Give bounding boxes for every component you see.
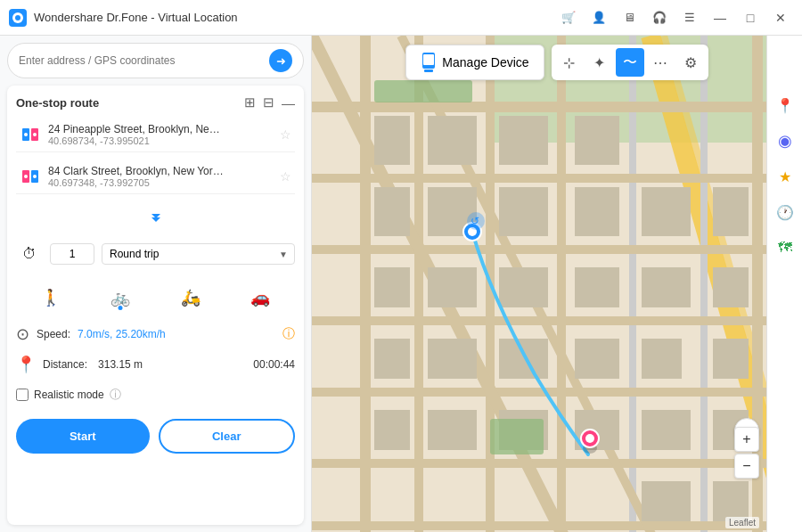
waypoint-end: 84 Clark Street, Brooklyn, New York 1...… xyxy=(16,160,295,194)
maximize-button[interactable]: □ xyxy=(738,5,763,30)
transport-bike-dot xyxy=(119,306,123,310)
transport-car[interactable]: 🚗 xyxy=(244,282,276,314)
svg-rect-36 xyxy=(374,410,410,450)
distance-label: Distance: xyxy=(43,358,87,371)
realistic-mode-checkbox[interactable] xyxy=(16,389,29,401)
trip-settings: ⏱ Round trip One way Loop ▼ xyxy=(16,237,295,271)
transport-scooter[interactable]: 🛵 xyxy=(175,282,207,314)
map-area[interactable]: ↺ Manage Device ⊹ ✦ 〜 ⋯ ⚙ xyxy=(312,36,802,532)
speed-value: 7.0m/s, 25.20km/h xyxy=(78,328,166,340)
svg-rect-53 xyxy=(713,187,749,236)
route-minimize-icon[interactable]: — xyxy=(282,95,295,110)
svg-rect-38 xyxy=(499,116,548,165)
svg-rect-46 xyxy=(575,339,619,379)
svg-rect-49 xyxy=(642,267,691,307)
map-mode-path[interactable]: 〜 xyxy=(616,48,644,77)
route-export-icon[interactable]: ⊟ xyxy=(263,94,274,110)
waypoint-start-icon xyxy=(20,124,41,145)
distance-icon: 📍 xyxy=(16,355,36,374)
speed-row: ⊙ Speed: 7.0m/s, 25.20km/h ⓘ xyxy=(16,323,295,346)
duration-value: 00:00:44 xyxy=(253,358,295,371)
arrow-separator xyxy=(16,201,295,230)
zoom-in-button[interactable]: + xyxy=(734,427,759,452)
leaflet-credit: Leaflet xyxy=(725,517,759,528)
route-header-icons: ⊞ ⊟ — xyxy=(244,94,295,110)
svg-point-8 xyxy=(24,175,28,178)
transport-modes: 🚶 🚲 🛵 🚗 xyxy=(16,278,295,315)
app-icon xyxy=(9,9,27,27)
waypoint-start-coords: 40.698734, -73.995021 xyxy=(48,135,273,146)
search-go-button[interactable]: ➜ xyxy=(269,49,292,72)
minimize-button[interactable]: — xyxy=(708,5,732,30)
search-bar: ➜ xyxy=(7,43,304,78)
action-buttons: Start Clear xyxy=(16,413,295,457)
menu-icon[interactable]: ☰ xyxy=(677,5,702,30)
manage-device-button[interactable]: Manage Device xyxy=(405,45,544,80)
search-input[interactable] xyxy=(19,54,262,67)
speedometer-icon: ⊙ xyxy=(16,324,29,344)
realistic-info-icon[interactable]: ⓘ xyxy=(110,387,121,403)
svg-rect-54 xyxy=(713,267,749,307)
waypoint-start-star[interactable]: ☆ xyxy=(280,127,291,142)
svg-rect-43 xyxy=(575,116,619,165)
route-save-icon[interactable]: ⊞ xyxy=(244,94,256,110)
svg-rect-37 xyxy=(428,410,477,450)
svg-rect-29 xyxy=(428,116,477,165)
svg-rect-50 xyxy=(642,339,682,379)
map-mode-route[interactable]: ✦ xyxy=(585,48,614,77)
waypoint-end-icon xyxy=(20,166,41,187)
app-title: Wondershare Dr.Fone - Virtual Location xyxy=(34,11,238,24)
svg-rect-28 xyxy=(374,116,410,165)
speed-label: Speed: xyxy=(37,328,70,340)
svg-rect-52 xyxy=(642,481,691,521)
trip-type-wrapper: Round trip One way Loop ▼ xyxy=(102,243,295,265)
svg-text:↺: ↺ xyxy=(471,215,479,227)
map-background: ↺ xyxy=(312,36,802,532)
waypoint-start-addr: 24 Pineapple Street, Brooklyn, New York … xyxy=(48,123,226,135)
svg-rect-69 xyxy=(423,54,434,65)
trip-type-select[interactable]: Round trip One way Loop xyxy=(102,243,295,265)
svg-rect-40 xyxy=(499,267,548,307)
clear-button[interactable]: Clear xyxy=(159,419,296,454)
map-toolbar: Manage Device ⊹ ✦ 〜 ⋯ ⚙ xyxy=(312,45,802,80)
svg-rect-32 xyxy=(374,267,410,307)
transport-walk[interactable]: 🚶 xyxy=(35,282,67,314)
svg-rect-59 xyxy=(490,419,544,454)
svg-rect-55 xyxy=(713,339,749,379)
discord-icon[interactable]: ◉ xyxy=(769,125,801,157)
zoom-controls: + − xyxy=(734,427,759,479)
route-panel: One-stop route ⊞ ⊟ — xyxy=(7,86,304,525)
user-icon[interactable]: 👤 xyxy=(586,5,611,30)
cart-icon[interactable]: 🛒 xyxy=(556,5,581,30)
svg-rect-57 xyxy=(713,481,749,521)
realistic-mode-label: Realistic mode xyxy=(34,389,104,401)
start-button[interactable]: Start xyxy=(16,419,150,454)
map-container: ↺ Manage Device ⊹ ✦ 〜 ⋯ ⚙ xyxy=(312,36,802,532)
speed-info-icon[interactable]: ⓘ xyxy=(282,326,295,342)
close-button[interactable]: ✕ xyxy=(768,5,793,30)
zoom-out-button[interactable]: − xyxy=(734,454,759,479)
monitor-icon[interactable]: 🖥 xyxy=(617,5,642,30)
svg-rect-68 xyxy=(424,70,433,72)
waypoint-start: 24 Pineapple Street, Brooklyn, New York … xyxy=(16,118,295,152)
transport-bike[interactable]: 🚲 xyxy=(104,282,136,314)
waypoint-end-star[interactable]: ☆ xyxy=(280,169,291,184)
trip-count-input[interactable] xyxy=(50,243,94,265)
map-mode-multi[interactable]: ⋯ xyxy=(646,48,675,77)
route-header: One-stop route ⊞ ⊟ — xyxy=(16,94,295,110)
history-icon[interactable]: 🕐 xyxy=(769,196,801,228)
left-panel: ➜ One-stop route ⊞ ⊟ — xyxy=(0,36,312,532)
distance-row: 📍 Distance: 313.15 m 00:00:44 xyxy=(16,353,295,376)
svg-rect-51 xyxy=(642,410,691,450)
svg-point-1 xyxy=(15,15,20,20)
route-title: One-stop route xyxy=(16,96,99,110)
google-maps-icon[interactable]: 📍 xyxy=(769,89,801,121)
svg-point-4 xyxy=(24,133,28,136)
map-mode-crosshair[interactable]: ⊹ xyxy=(555,48,584,77)
headphone-icon[interactable]: 🎧 xyxy=(647,5,672,30)
star-bookmark-icon[interactable]: ★ xyxy=(769,160,801,192)
main-layout: ➜ One-stop route ⊞ ⊟ — xyxy=(0,36,802,532)
map-export-icon[interactable]: 🗺 xyxy=(769,232,801,264)
clock-trip-icon: ⏱ xyxy=(16,241,43,267)
map-mode-settings[interactable]: ⚙ xyxy=(676,48,705,77)
